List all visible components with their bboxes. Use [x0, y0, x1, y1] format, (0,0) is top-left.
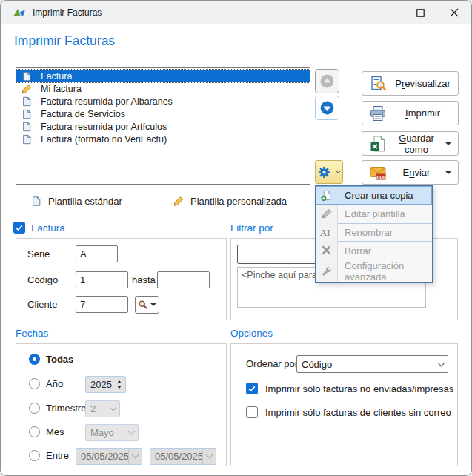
- enviar-button[interactable]: PDF Enviar: [362, 160, 459, 185]
- template-name: Factura (formato no VeriFactu): [41, 134, 167, 145]
- no-enviadas-option[interactable]: Imprimir sólo facturas no enviadas/impre…: [246, 383, 453, 394]
- document-icon: [21, 109, 32, 119]
- template-options-gear-button[interactable]: [315, 160, 343, 184]
- chevron-down-icon: [128, 449, 142, 464]
- template-listbox[interactable]: Factura Mi factura Factura resumida por …: [16, 67, 310, 185]
- arrow-down-icon: [319, 100, 335, 116]
- mes-radio[interactable]: [29, 426, 40, 437]
- dropdown-caret-icon: [445, 171, 451, 174]
- rename-icon: AI: [316, 223, 338, 242]
- imprimir-button[interactable]: Imprimir: [362, 101, 459, 125]
- factura-section-title: Factura: [31, 222, 65, 234]
- list-item[interactable]: Factura (formato no VeriFactu): [16, 133, 310, 145]
- fecha-mes-option[interactable]: Mes: [29, 426, 64, 437]
- close-button[interactable]: [437, 1, 471, 24]
- template-name: Factura resumida por Albaranes: [41, 96, 173, 107]
- imprimir-facturas-window: Imprimir Facturas Imprimir Facturas Fact…: [0, 0, 472, 476]
- factura-checkbox[interactable]: [13, 222, 25, 234]
- ano-value: 2025: [86, 377, 113, 392]
- cliente-input[interactable]: [76, 296, 128, 313]
- previsualizar-button[interactable]: Previsualizar: [362, 71, 459, 96]
- mes-combo[interactable]: Mayo: [85, 424, 139, 441]
- opciones-groupbox: Ordenar por Código Imprimir sólo factura…: [230, 343, 458, 466]
- menu-item-borrar[interactable]: Borrar: [316, 241, 432, 260]
- guardar-como-button[interactable]: Guardar como: [362, 131, 459, 156]
- arrow-up-icon: [319, 73, 335, 89]
- menu-item-crear-copia[interactable]: Crear una copia: [316, 186, 432, 205]
- fecha-todas-option[interactable]: Todas: [29, 354, 73, 365]
- ordenar-por-combo[interactable]: Código: [296, 355, 448, 373]
- ano-label: Año: [46, 378, 63, 389]
- no-enviadas-label: Imprimir sólo facturas no enviadas/impre…: [265, 383, 453, 394]
- trimestre-radio[interactable]: [29, 403, 40, 414]
- serie-label: Serie: [27, 248, 50, 260]
- move-up-button[interactable]: [315, 69, 339, 93]
- legend-custom: Plantilla personalizada: [173, 188, 287, 214]
- ano-radio[interactable]: [29, 378, 40, 389]
- cliente-label: Cliente: [27, 299, 57, 310]
- todas-radio[interactable]: [29, 354, 40, 365]
- entre-radio[interactable]: [29, 450, 40, 461]
- list-item[interactable]: Mi factura: [16, 82, 310, 95]
- filtrar-section-heading: Filtrar por: [230, 222, 273, 234]
- previsualizar-label: Previsualizar: [388, 78, 458, 89]
- ordenar-por-value: Código: [297, 359, 434, 370]
- mes-label: Mes: [46, 426, 64, 437]
- spinner-arrows-icon[interactable]: [113, 377, 125, 392]
- menu-item-renombrar[interactable]: AI Renombrar: [316, 223, 432, 242]
- legend-standard-label: Plantilla estándar: [48, 196, 122, 207]
- hasta-label: hasta: [132, 274, 156, 285]
- preview-icon: [368, 74, 388, 93]
- copy-document-icon: [316, 186, 338, 205]
- menu-item-label: Crear una copia: [338, 186, 432, 205]
- entre-from-datepicker[interactable]: 05/05/2025: [76, 448, 142, 465]
- factura-section-heading: Factura: [13, 222, 65, 234]
- sin-correo-checkbox[interactable]: [246, 406, 258, 418]
- list-item[interactable]: Factura de Servicios: [16, 108, 310, 120]
- legend-standard: Plantilla estándar: [31, 188, 122, 214]
- codigo-hasta-input[interactable]: [157, 271, 210, 288]
- menu-item-editar-plantilla[interactable]: Editar plantilla: [316, 205, 432, 223]
- fecha-trimestre-option[interactable]: Trimestre: [29, 403, 86, 414]
- entre-to-value: 05/05/2025: [150, 451, 202, 462]
- opciones-section-heading: Opciones: [230, 328, 273, 339]
- dropdown-caret-icon: [150, 303, 156, 306]
- menu-item-label: Editar plantilla: [338, 205, 432, 223]
- menu-item-configuracion-avanzada[interactable]: Configuración avanzada: [316, 260, 432, 282]
- fechas-section-title: Fechas: [16, 328, 48, 339]
- template-name: Factura resumida por Artículos: [41, 122, 167, 132]
- guardar-como-label: Guardar como: [388, 133, 445, 155]
- list-item[interactable]: Factura: [16, 70, 310, 82]
- list-item[interactable]: Factura resumida por Artículos: [16, 120, 310, 133]
- dropdown-caret-icon: [445, 142, 451, 145]
- move-down-button[interactable]: [315, 96, 339, 120]
- codigo-input[interactable]: [76, 271, 128, 288]
- fecha-entre-option[interactable]: Entre: [29, 450, 69, 461]
- ano-spinner[interactable]: 2025: [85, 376, 126, 393]
- codigo-label: Código: [27, 274, 58, 285]
- no-enviadas-checkbox[interactable]: [246, 383, 258, 394]
- pencil-icon: [173, 196, 184, 206]
- document-icon: [21, 71, 32, 82]
- factura-groupbox: Serie Código hasta Cliente: [16, 238, 227, 320]
- chevron-down-icon: [434, 356, 448, 372]
- filtrar-hint-text: <Pinche aquí para: [242, 270, 317, 280]
- svg-text:AI: AI: [320, 228, 330, 237]
- ordenar-por-label: Ordenar por: [246, 358, 298, 369]
- gear-dropdown-arrow[interactable]: [333, 161, 342, 183]
- entre-to-datepicker[interactable]: 05/05/2025: [150, 448, 216, 465]
- minimize-button[interactable]: [369, 1, 403, 24]
- chevron-down-icon: [124, 425, 138, 440]
- serie-input[interactable]: [76, 245, 118, 262]
- filtrar-section-title: Filtrar por: [230, 222, 273, 234]
- fecha-ano-option[interactable]: Año: [29, 378, 63, 389]
- menu-item-label: Renombrar: [338, 223, 432, 242]
- list-item[interactable]: Factura resumida por Albaranes: [16, 95, 310, 108]
- maximize-button[interactable]: [403, 1, 437, 24]
- menu-item-label: Configuración avanzada: [338, 260, 432, 282]
- sin-correo-option[interactable]: Imprimir sólo facturas de clientes sin c…: [246, 406, 451, 418]
- legend-custom-label: Plantilla personalizada: [190, 196, 287, 207]
- window-title: Imprimir Facturas: [33, 7, 102, 18]
- trimestre-combo[interactable]: 2: [85, 400, 120, 417]
- cliente-lookup-button[interactable]: [135, 296, 159, 314]
